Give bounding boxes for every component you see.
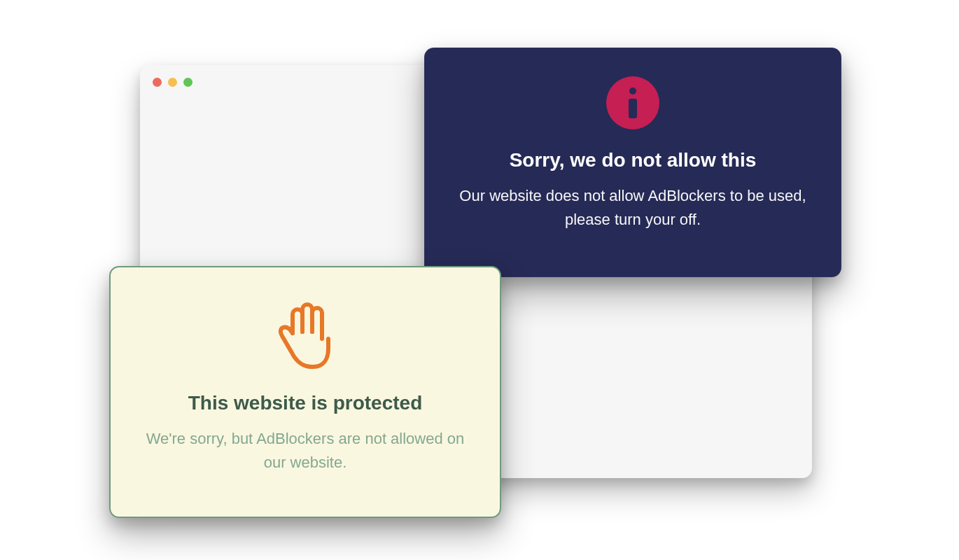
stop-hand-icon	[276, 301, 335, 374]
maximize-dot-icon[interactable]	[183, 78, 192, 87]
light-card-message: We're sorry, but AdBlockers are not allo…	[136, 427, 475, 475]
dark-card-title: Sorry, we do not allow this	[510, 149, 757, 172]
light-card-title: This website is protected	[188, 392, 423, 414]
adblock-warning-light-card: This website is protected We're sorry, b…	[109, 266, 501, 518]
adblock-warning-dark-card: Sorry, we do not allow this Our website …	[424, 48, 841, 277]
close-dot-icon[interactable]	[153, 78, 162, 87]
dark-card-message: Our website does not allow AdBlockers to…	[450, 184, 816, 232]
minimize-dot-icon[interactable]	[168, 78, 177, 87]
info-icon	[606, 76, 659, 130]
